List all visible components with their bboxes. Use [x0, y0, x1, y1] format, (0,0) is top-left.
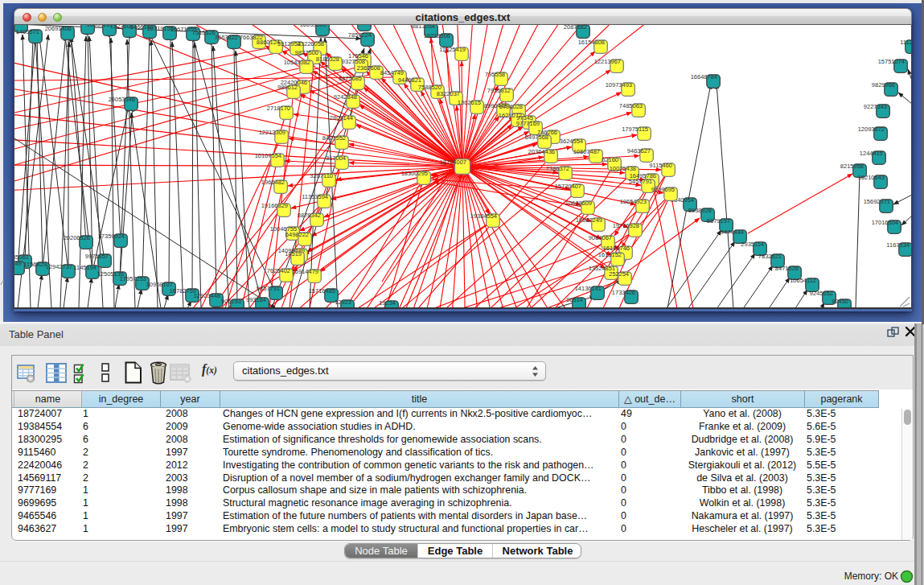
svg-text:7386372: 7386372 — [546, 165, 569, 172]
svg-text:7485063: 7485063 — [619, 102, 643, 109]
svg-text:8860124: 8860124 — [257, 39, 280, 46]
svg-text:8454749: 8454749 — [380, 69, 404, 76]
svg-text:6497568: 6497568 — [525, 134, 548, 141]
svg-text:8186328: 8186328 — [316, 56, 339, 63]
svg-text:12213309: 12213309 — [259, 129, 285, 136]
svg-text:20206526: 20206526 — [64, 234, 90, 241]
svg-text:17957253: 17957253 — [120, 275, 146, 282]
svg-text:19654923: 19654923 — [620, 198, 647, 205]
svg-text:5457791: 5457791 — [629, 178, 652, 185]
svg-text:6879197: 6879197 — [707, 217, 730, 225]
svg-text:3267110: 3267110 — [310, 172, 333, 179]
svg-text:2803144: 2803144 — [330, 114, 353, 122]
svg-text:92450: 92450 — [832, 298, 848, 305]
svg-text:8813054: 8813054 — [412, 25, 435, 30]
svg-text:8878342: 8878342 — [298, 212, 321, 219]
svg-text:15692971: 15692971 — [864, 198, 890, 205]
svg-text:16914479: 16914479 — [292, 268, 318, 275]
svg-text:1966482: 1966482 — [261, 179, 285, 186]
svg-text:905193: 905193 — [221, 298, 241, 305]
svg-text:8215958: 8215958 — [840, 163, 864, 170]
svg-text:8427552: 8427552 — [322, 134, 346, 142]
svg-text:7955812: 7955812 — [487, 87, 511, 94]
svg-text:9777169: 9777169 — [516, 120, 540, 127]
svg-text:10107554: 10107554 — [255, 152, 281, 159]
svg-text:2087682: 2087682 — [564, 25, 587, 31]
svg-text:9227343: 9227343 — [864, 103, 887, 110]
svg-text:12942737: 12942737 — [46, 263, 72, 270]
svg-text:17359924: 17359924 — [98, 233, 125, 240]
svg-text:1405571: 1405571 — [16, 28, 39, 35]
svg-text:2367608: 2367608 — [357, 64, 380, 72]
svg-text:10807487: 10807487 — [573, 148, 600, 155]
svg-text:19756928: 19756928 — [613, 222, 639, 229]
svg-text:19218506: 19218506 — [424, 32, 450, 39]
svg-text:7515526: 7515526 — [192, 29, 216, 36]
svg-text:1615152: 1615152 — [598, 251, 622, 258]
svg-text:1244415: 1244415 — [860, 150, 883, 157]
svg-text:8471626: 8471626 — [775, 265, 799, 272]
svg-text:9829966: 9829966 — [872, 81, 895, 89]
svg-text:8322037: 8322037 — [437, 90, 460, 97]
svg-text:317004: 317004 — [326, 154, 346, 162]
svg-text:19166829: 19166829 — [261, 202, 288, 209]
svg-text:96514: 96514 — [566, 296, 583, 303]
svg-text:6498222: 6498222 — [285, 231, 309, 238]
svg-text:16210643: 16210643 — [858, 174, 885, 181]
svg-text:15720407: 15720407 — [555, 183, 581, 190]
svg-text:7625402: 7625402 — [267, 267, 290, 274]
svg-text:7663822: 7663822 — [215, 34, 238, 41]
svg-text:2718170: 2718170 — [267, 105, 290, 112]
svg-text:1362615: 1362615 — [458, 99, 481, 106]
svg-text:18807249: 18807249 — [576, 216, 602, 224]
svg-text:14519: 14519 — [285, 250, 302, 257]
svg-text:14136141: 14136141 — [575, 285, 602, 292]
svg-text:1167534: 1167534 — [886, 241, 910, 249]
svg-text:17975115: 17975115 — [622, 126, 648, 133]
svg-text:10543382: 10543382 — [284, 59, 310, 66]
svg-text:1156829: 1156829 — [23, 261, 47, 268]
svg-text:10654112: 10654112 — [790, 277, 816, 284]
svg-text:9827500: 9827500 — [295, 49, 318, 56]
svg-text:252254: 252254 — [609, 270, 629, 278]
svg-text:11125: 11125 — [900, 39, 911, 46]
svg-text:7832621: 7832621 — [758, 253, 782, 260]
svg-text:11325419: 11325419 — [439, 46, 466, 53]
svg-text:7857224: 7857224 — [348, 31, 372, 39]
svg-text:391549: 391549 — [14, 260, 22, 267]
svg-text:12923448: 12923448 — [194, 292, 220, 299]
svg-text:16648784: 16648784 — [691, 73, 717, 80]
svg-text:6794028: 6794028 — [499, 103, 523, 110]
svg-text:10025438: 10025438 — [610, 165, 636, 172]
svg-text:9463627: 9463627 — [627, 147, 651, 154]
svg-text:9857791: 9857791 — [257, 285, 280, 292]
svg-text:795558: 795558 — [485, 71, 505, 78]
svg-text:19234: 19234 — [379, 299, 396, 307]
svg-text:1733426: 1733426 — [612, 289, 635, 296]
svg-text:9446821: 9446821 — [398, 76, 421, 84]
svg-text:18300295: 18300295 — [401, 170, 428, 177]
svg-text:9084067: 9084067 — [589, 234, 612, 241]
svg-text:12093872: 12093872 — [858, 126, 885, 133]
svg-text:993184: 993184 — [246, 296, 266, 303]
svg-text:8938928: 8938928 — [688, 207, 712, 214]
svg-text:23226058: 23226058 — [298, 40, 324, 47]
svg-text:9474444: 9474444 — [721, 229, 744, 236]
svg-text:1145194: 1145194 — [73, 264, 97, 271]
svg-text:11353594: 11353594 — [302, 193, 328, 200]
svg-text:9242848: 9242848 — [334, 93, 357, 101]
svg-text:3875685: 3875685 — [339, 75, 362, 82]
svg-text:2935114: 2935114 — [741, 241, 764, 248]
svg-text:9115460: 9115460 — [649, 162, 672, 169]
svg-text:20364436: 20364436 — [528, 148, 555, 155]
svg-text:18724007: 18724007 — [440, 159, 466, 166]
svg-text:12923: 12923 — [335, 299, 351, 306]
svg-text:10688609: 10688609 — [565, 200, 592, 207]
svg-text:16782759: 16782759 — [170, 287, 196, 295]
svg-text:15716485: 15716485 — [309, 287, 335, 295]
svg-text:19384554: 19384554 — [470, 212, 497, 220]
svg-text:12213967: 12213967 — [594, 58, 621, 65]
svg-text:20053346: 20053346 — [109, 96, 135, 103]
svg-text:9245652: 9245652 — [810, 290, 833, 297]
svg-text:16154808: 16154808 — [578, 39, 605, 46]
